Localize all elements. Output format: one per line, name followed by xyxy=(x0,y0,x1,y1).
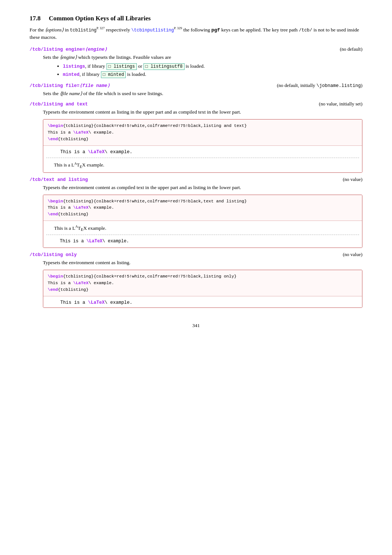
page-number-text: 341 xyxy=(192,323,200,328)
option-desc-text-and-listing: Typesets the environment content as comp… xyxy=(43,184,362,192)
engine-bullet-listings: listings, if library □ listings or □ lis… xyxy=(63,62,362,70)
option-desc-listing-only: Typesets the environment content as list… xyxy=(43,259,362,267)
result-top-text-tal: This is a LATEX example. xyxy=(43,221,362,234)
text-and-listing-box: \begin{tcblisting}{colback=red!5!white,c… xyxy=(43,195,362,248)
code-line-1: \begin{tcblisting}{colback=red!5!white,c… xyxy=(48,122,358,129)
result-top-lo: This is a \LaTeX\ example. xyxy=(43,296,362,307)
option-text-and-listing: /tcb/text and listing (no value) Typeset… xyxy=(30,176,362,248)
code-line-lo-1: \begin{tcblisting}{colback=red!5!white,c… xyxy=(48,273,358,280)
code-line-lo-3: \end{tcblisting} xyxy=(48,286,358,293)
listing-only-box: \begin{tcblisting}{colback=red!5!white,c… xyxy=(43,270,362,307)
listing-and-text-box: \begin{tcblisting}{colback=red!5!white,c… xyxy=(43,119,362,172)
option-key-listing-and-text: /tcb/listing and text xyxy=(30,102,88,107)
option-listing-file: /tcb/listing file=⟨file name⟩ (no defaul… xyxy=(30,83,362,98)
option-desc-listing-file: Sets the ⟨file name⟩ of the file which i… xyxy=(43,90,362,98)
option-default-listing-engine: (no default) xyxy=(340,46,362,52)
result-divider-tal xyxy=(46,235,359,235)
text-and-listing-result: This is a LATEX example. This is a \LaTe… xyxy=(43,221,362,248)
option-listing-only: /tcb/listing only (no value) Typesets th… xyxy=(30,252,362,307)
result-bottom-code-tal: This is a \LaTeX\ example. xyxy=(43,236,362,248)
option-listing-and-text: /tcb/listing and text (no value, initial… xyxy=(30,101,362,172)
option-key-listing-engine: /tcb/listing engine=⟨engine⟩ xyxy=(30,46,107,52)
listing-only-code: \begin{tcblisting}{colback=red!5!white,c… xyxy=(43,270,362,296)
result-top-code: This is a \LaTeX\ example. xyxy=(43,146,362,157)
engine-bullet-minted: minted, if library □ minted is loaded. xyxy=(63,70,362,78)
option-key-text-and-listing: /tcb/text and listing xyxy=(30,177,88,182)
option-default-listing-and-text: (no value, initially set) xyxy=(319,101,362,107)
code-line-3: \end{tcblisting} xyxy=(48,136,358,142)
option-key-listing-only: /tcb/listing only xyxy=(30,252,77,258)
section-number: 17.8 xyxy=(30,15,41,22)
engine-bullets: listings, if library □ listings or □ lis… xyxy=(63,62,362,78)
option-desc-listing-engine: Sets the ⟨engine⟩ which typesets the lis… xyxy=(43,54,362,78)
code-line-lo-2: This is a \LaTeX\ example. xyxy=(48,280,358,286)
section-header: 17.8 Common Option Keys of all Libraries xyxy=(30,15,362,22)
section-title-text: Common Option Keys of all Libraries xyxy=(49,15,151,22)
listing-and-text-code: \begin{tcblisting}{colback=red!5!white,c… xyxy=(43,120,362,145)
result-bottom-text: This is a LATEX example. xyxy=(43,159,362,172)
intro-paragraph: For the ⟨options⟩ in tcblistingP. 327 re… xyxy=(30,26,362,41)
code-line-tal-3: \end{tcblisting} xyxy=(48,211,358,218)
code-line-2: This is a \LaTeX\ example. xyxy=(48,129,358,136)
option-listing-engine: /tcb/listing engine=⟨engine⟩ (no default… xyxy=(30,46,362,78)
page-number: 341 xyxy=(30,323,362,329)
result-divider xyxy=(46,158,359,158)
section-title: 17.8 Common Option Keys of all Libraries xyxy=(30,15,151,22)
listing-only-result: This is a \LaTeX\ example. xyxy=(43,296,362,307)
option-default-text-and-listing: (no value) xyxy=(343,176,362,182)
option-key-listing-file: /tcb/listing file=⟨file name⟩ xyxy=(30,83,110,88)
code-line-tal-2: This is a \LaTeX\ example. xyxy=(48,204,358,211)
listing-and-text-result: This is a \LaTeX\ example. This is a LAT… xyxy=(43,145,362,172)
option-default-listing-file: (no default, initially \jobname.listing) xyxy=(277,83,362,88)
option-default-listing-only: (no value) xyxy=(343,252,362,258)
text-and-listing-code: \begin{tcblisting}{colback=red!5!white,c… xyxy=(43,195,362,221)
code-line-tal-1: \begin{tcblisting}{colback=red!5!white,c… xyxy=(48,198,358,205)
option-desc-listing-and-text: Typesets the environment content as list… xyxy=(43,108,362,116)
